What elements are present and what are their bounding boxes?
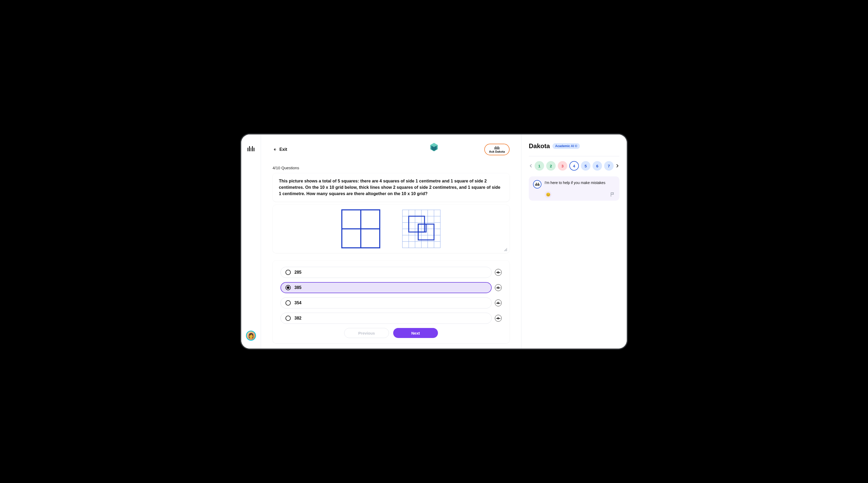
dakota-logo-icon [495,146,499,149]
sidebar-rail: 👩 [241,135,261,348]
topbar: Exit Ask Dakota [273,143,509,155]
strikethrough-button[interactable] [495,315,502,322]
option-2[interactable]: 354 [280,297,492,309]
option-1[interactable]: 385 [280,282,492,293]
main-area: Exit Ask Dakota 4/10 Questions This pict… [261,135,627,348]
question-dot-1[interactable]: 1 [535,161,544,171]
option-row: 285 [280,267,502,278]
panel-header: Dakota Academic AI © [529,142,619,150]
strikethrough-button[interactable] [495,284,502,291]
avatar[interactable]: 👩 [246,331,256,341]
strikethrough-button[interactable] [495,300,502,306]
radio-icon [285,285,291,290]
emoji-react-button[interactable]: 😊 [545,191,552,198]
question-dot-5[interactable]: 5 [581,161,590,171]
next-button[interactable]: Next [393,328,438,338]
flag-icon [610,192,615,197]
option-label: 382 [294,316,302,320]
academic-ai-badge: Academic AI © [553,143,580,149]
radio-icon [285,316,291,321]
ask-dakota-button[interactable]: Ask Dakota [484,144,509,155]
arrow-left-icon [273,147,277,151]
dakota-avatar-icon [533,180,541,189]
app-frame: 👩 Exit Ask Dakota 4/10 Questions [241,135,627,348]
content-column: Exit Ask Dakota 4/10 Questions This pict… [261,135,521,348]
qnav-next-icon[interactable] [616,164,619,168]
diagram-right [402,209,441,249]
right-panel: Dakota Academic AI © 1234567 I'm here to… [521,135,627,348]
divider [529,156,619,157]
option-row: 354 [280,297,502,309]
option-label: 285 [294,270,302,275]
resize-handle-icon[interactable] [504,248,507,252]
chat-message: I'm here to help if you make mistakes [545,180,606,185]
panel-title: Dakota [529,142,550,150]
option-3[interactable]: 382 [280,313,492,324]
options-card: 285385354382 Previous Next [273,260,509,343]
question-dot-3[interactable]: 3 [558,161,567,171]
question-dot-6[interactable]: 6 [592,161,602,171]
ask-dakota-label: Ask Dakota [489,150,505,153]
radio-icon [285,300,291,306]
question-text: This picture shows a total of 5 squares:… [279,178,503,197]
option-label: 385 [294,285,302,290]
question-dot-4[interactable]: 4 [569,161,579,171]
question-progress: 4/10 Questions [273,166,509,170]
question-nav: 1234567 [529,161,619,171]
option-0[interactable]: 285 [280,267,492,278]
qnav-prev-icon[interactable] [529,164,532,168]
question-dot-7[interactable]: 7 [604,161,614,171]
exit-label: Exit [279,147,287,152]
chat-bubble: I'm here to help if you make mistakes 😊 [529,176,619,201]
question-image-card [273,205,509,253]
previous-button[interactable]: Previous [344,328,389,338]
option-label: 354 [294,301,302,305]
flag-button[interactable] [610,192,615,197]
brand-logo-icon [248,145,254,151]
strikethrough-button[interactable] [495,269,502,276]
app-logo-icon [428,142,440,153]
question-dot-2[interactable]: 2 [546,161,556,171]
nav-buttons: Previous Next [280,328,502,338]
diagram-left [341,209,380,249]
exit-button[interactable]: Exit [273,147,287,152]
option-row: 385 [280,282,502,293]
option-row: 382 [280,313,502,324]
radio-icon [285,270,291,275]
question-card: This picture shows a total of 5 squares:… [273,173,509,202]
